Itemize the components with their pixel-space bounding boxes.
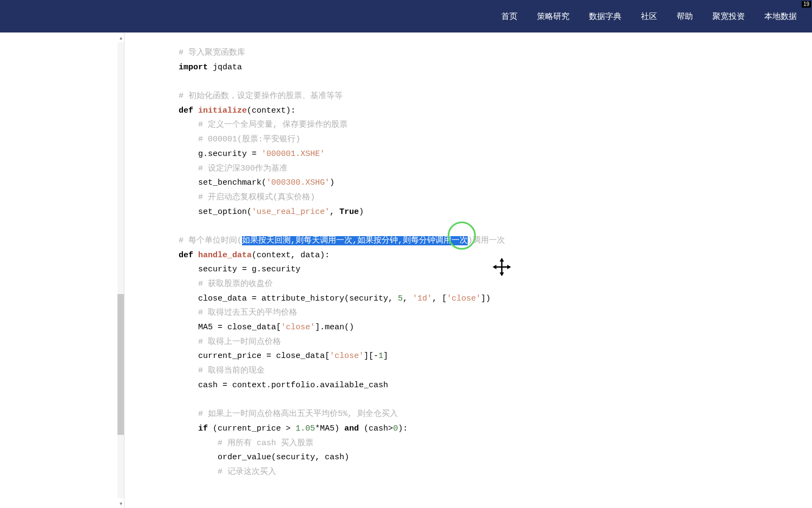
code-line[interactable]: # 000001(股票:平安银行) (179, 133, 812, 147)
code-line[interactable]: def initialize(context): (179, 104, 812, 119)
code-line[interactable]: # 记录这次买入 (179, 465, 812, 480)
nav-item-3[interactable]: 社区 (631, 11, 667, 22)
code-editor-area[interactable]: # 导入聚宽函数库import jqdata # 初始化函数，设定要操作的股票、… (125, 32, 812, 508)
nav-item-0[interactable]: 首页 (492, 11, 527, 22)
notification-badge[interactable]: 19 (802, 1, 811, 8)
code-line[interactable]: import jqdata (179, 61, 812, 75)
code-line[interactable] (179, 75, 812, 89)
code-line[interactable]: def handle_data(context, data): (179, 249, 812, 263)
nav-items: 首页策略研究数据字典社区帮助聚宽投资本地数据 (492, 11, 807, 22)
nav-item-4[interactable]: 帮助 (667, 11, 703, 22)
scroll-up-icon[interactable]: ▴ (117, 32, 124, 42)
code-line[interactable]: # 开启动态复权模式(真实价格) (179, 191, 812, 205)
scrollbar-track[interactable] (117, 42, 124, 498)
code-line[interactable]: close_data = attribute_history(security,… (179, 292, 812, 307)
code-line[interactable]: # 取得过去五天的平均价格 (179, 306, 812, 321)
code-line[interactable]: MA5 = close_data['close'].mean() (179, 321, 812, 335)
scroll-down-icon[interactable]: ▾ (117, 498, 124, 508)
code-line[interactable]: # 如果上一时间点价格高出五天平均价5%, 则全仓买入 (179, 407, 812, 422)
code-block[interactable]: # 导入聚宽函数库import jqdata # 初始化函数，设定要操作的股票、… (179, 46, 812, 480)
code-line[interactable]: # 用所有 cash 买入股票 (179, 437, 812, 451)
left-sidebar: ▴ ▾ (0, 32, 125, 508)
code-line[interactable] (179, 219, 812, 234)
nav-item-1[interactable]: 策略研究 (527, 11, 579, 22)
code-line[interactable]: # 初始化函数，设定要操作的股票、基准等等 (179, 89, 812, 104)
code-line[interactable]: set_option('use_real_price', True) (179, 205, 812, 220)
nav-item-5[interactable]: 聚宽投资 (703, 11, 755, 22)
code-line[interactable]: cash = context.portfolio.available_cash (179, 379, 812, 393)
code-line[interactable]: # 获取股票的收盘价 (179, 277, 812, 292)
code-line[interactable]: order_value(security, cash) (179, 451, 812, 465)
code-line[interactable]: # 导入聚宽函数库 (179, 46, 812, 61)
code-line[interactable]: if (current_price > 1.05*MA5) and (cash>… (179, 422, 812, 437)
nav-item-6[interactable]: 本地数据 (755, 11, 807, 22)
code-line[interactable]: security = g.security (179, 263, 812, 277)
code-line[interactable]: # 设定沪深300作为基准 (179, 162, 812, 177)
code-line[interactable]: current_price = close_data['close'][-1] (179, 349, 812, 364)
code-line[interactable]: # 取得当前的现金 (179, 364, 812, 379)
code-line[interactable] (179, 393, 812, 408)
code-line[interactable]: # 取得上一时间点价格 (179, 335, 812, 350)
nav-item-2[interactable]: 数据字典 (579, 11, 631, 22)
code-line[interactable]: # 定义一个全局变量, 保存要操作的股票 (179, 118, 812, 133)
code-line[interactable]: # 每个单位时间(如果按天回测,则每天调用一次,如果按分钟,则每分钟调用一次)调… (179, 234, 812, 249)
content-wrapper: ▴ ▾ # 导入聚宽函数库import jqdata # 初始化函数，设定要操作… (0, 32, 812, 508)
top-nav-header: 首页策略研究数据字典社区帮助聚宽投资本地数据 19 (0, 0, 812, 32)
code-line[interactable]: g.security = '000001.XSHE' (179, 147, 812, 162)
code-line[interactable]: set_benchmark('000300.XSHG') (179, 176, 812, 191)
scrollbar-thumb[interactable] (117, 294, 124, 435)
